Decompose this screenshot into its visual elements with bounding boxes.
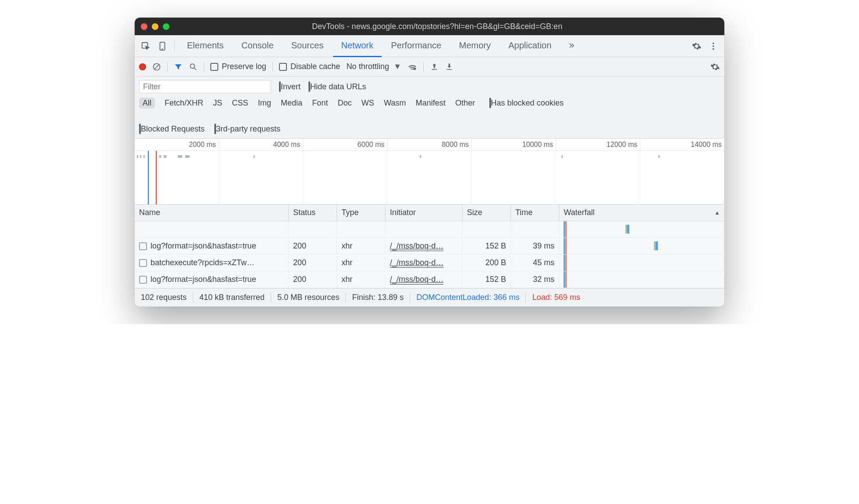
third-party-checkbox[interactable]: 3rd-party requests (214, 124, 280, 134)
download-har-icon[interactable] (445, 62, 454, 71)
chevron-down-icon: ▼ (393, 62, 401, 71)
table-row[interactable] (135, 221, 724, 238)
timeline-tick: 2000 ms (135, 139, 219, 150)
filter-type-font[interactable]: Font (312, 99, 328, 108)
request-size: 200 B (463, 255, 511, 271)
request-size: 152 B (463, 238, 511, 254)
filter-input[interactable] (139, 80, 271, 93)
request-time: 39 ms (511, 238, 559, 254)
status-domcontentloaded: DOMContentLoaded: 366 ms (416, 293, 519, 302)
preserve-log-checkbox[interactable]: Preserve log (210, 62, 266, 71)
request-type: xhr (337, 238, 385, 254)
request-time: 32 ms (511, 271, 559, 288)
kebab-menu-icon[interactable] (706, 39, 721, 54)
window-title: DevTools - news.google.com/topstories?hl… (196, 22, 718, 31)
request-name: log?format=json&hasfast=true (151, 241, 256, 251)
request-status: 200 (289, 238, 337, 254)
upload-har-icon[interactable] (430, 62, 439, 71)
hide-data-urls-checkbox[interactable]: Hide data URLs (308, 82, 366, 91)
requests-table-body: log?format=json&hasfast=true 200 xhr /_/… (135, 221, 724, 288)
network-conditions-icon[interactable] (407, 62, 417, 72)
svg-point-4 (712, 45, 714, 47)
request-initiator[interactable]: /_/mss/boq-d… (390, 275, 444, 285)
request-time: 45 ms (511, 255, 559, 271)
search-icon[interactable] (189, 62, 198, 71)
request-initiator[interactable]: /_/mss/boq-d… (390, 241, 444, 251)
tab-elements[interactable]: Elements (179, 35, 231, 57)
filter-type-fetch-xhr[interactable]: Fetch/XHR (165, 99, 203, 108)
request-type: xhr (337, 271, 385, 288)
filter-type-css[interactable]: CSS (232, 99, 248, 108)
col-header-size[interactable]: Size (463, 205, 511, 221)
blocked-requests-checkbox[interactable]: Blocked Requests (139, 124, 205, 134)
request-name: log?format=json&hasfast=true (151, 275, 256, 284)
filter-type-img[interactable]: Img (258, 99, 271, 108)
devtools-window: DevTools - news.google.com/topstories?hl… (135, 18, 724, 307)
request-size: 152 B (463, 271, 511, 288)
throttling-label: No throttling (346, 62, 389, 71)
tab-sources[interactable]: Sources (283, 35, 331, 57)
record-button[interactable] (139, 63, 146, 70)
timeline-tick: 12000 ms (556, 139, 641, 150)
col-header-waterfall[interactable]: Waterfall ▲ (559, 205, 724, 221)
status-resources: 5.0 MB resources (277, 293, 339, 302)
filter-type-ws[interactable]: WS (361, 99, 374, 108)
status-bar: 102 requests 410 kB transferred 5.0 MB r… (135, 288, 724, 307)
tab-network[interactable]: Network (333, 35, 381, 57)
filter-type-all[interactable]: All (139, 98, 155, 109)
filter-toggle-icon[interactable] (174, 62, 183, 71)
col-header-status[interactable]: Status (289, 205, 337, 221)
tab-performance[interactable]: Performance (383, 35, 450, 57)
col-header-type[interactable]: Type (337, 205, 385, 221)
status-transferred: 410 kB transferred (199, 293, 264, 302)
filter-type-manifest[interactable]: Manifest (416, 99, 446, 108)
minimize-window-button[interactable] (152, 23, 158, 30)
timeline-tick: 14000 ms (640, 139, 724, 150)
invert-checkbox[interactable]: Invert (279, 82, 301, 91)
device-toolbar-icon[interactable] (155, 39, 170, 54)
settings-icon[interactable] (689, 39, 704, 54)
filter-type-media[interactable]: Media (281, 99, 302, 108)
table-row[interactable]: log?format=json&hasfast=true 200 xhr /_/… (135, 238, 724, 255)
tab-memory[interactable]: Memory (451, 35, 499, 57)
status-load: Load: 569 ms (532, 293, 580, 302)
network-toolbar: Preserve log Disable cache No throttling… (135, 57, 724, 77)
network-settings-icon[interactable] (710, 62, 720, 72)
filter-type-js[interactable]: JS (213, 99, 222, 108)
requests-table-header: Name Status Type Initiator Size Time Wat… (135, 205, 724, 221)
sort-indicator-icon: ▲ (714, 209, 720, 216)
filter-type-doc[interactable]: Doc (338, 99, 352, 108)
request-initiator[interactable]: /_/mss/boq-d… (390, 258, 444, 268)
throttling-select[interactable]: No throttling ▼ (346, 62, 401, 71)
status-finish: Finish: 13.89 s (352, 293, 404, 302)
timeline-tick: 8000 ms (388, 139, 472, 150)
col-header-name[interactable]: Name (135, 205, 289, 221)
tab-application[interactable]: Application (500, 35, 559, 57)
col-header-initiator[interactable]: Initiator (385, 205, 463, 221)
tab-console[interactable]: Console (233, 35, 281, 57)
svg-point-5 (712, 48, 714, 50)
timeline-overview[interactable]: 2000 ms 4000 ms 6000 ms 8000 ms 10000 ms… (135, 139, 724, 205)
table-row[interactable]: log?format=json&hasfast=true 200 xhr /_/… (135, 271, 724, 288)
request-type: xhr (337, 255, 385, 271)
svg-rect-11 (432, 69, 437, 70)
col-header-time[interactable]: Time (511, 205, 559, 221)
timeline-tick: 6000 ms (303, 139, 388, 150)
more-tabs-button[interactable]: » (561, 35, 582, 57)
svg-point-10 (414, 67, 416, 70)
table-row[interactable]: batchexecute?rpcids=xZTw… 200 xhr /_/mss… (135, 255, 724, 271)
panel-tabbar: Elements Console Sources Network Perform… (135, 35, 724, 57)
inspect-element-icon[interactable] (138, 39, 153, 54)
request-name: batchexecute?rpcids=xZTw… (151, 258, 255, 267)
close-window-button[interactable] (141, 23, 147, 30)
has-blocked-cookies-checkbox[interactable]: Has blocked cookies (489, 99, 564, 108)
request-status: 200 (289, 255, 337, 271)
disable-cache-checkbox[interactable]: Disable cache (279, 62, 340, 71)
filter-type-other[interactable]: Other (455, 99, 475, 108)
svg-line-7 (154, 65, 159, 69)
maximize-window-button[interactable] (163, 23, 169, 30)
timeline-tick: 4000 ms (219, 139, 304, 150)
clear-button[interactable] (152, 62, 161, 71)
disable-cache-label: Disable cache (290, 62, 340, 71)
filter-type-wasm[interactable]: Wasm (384, 99, 406, 108)
